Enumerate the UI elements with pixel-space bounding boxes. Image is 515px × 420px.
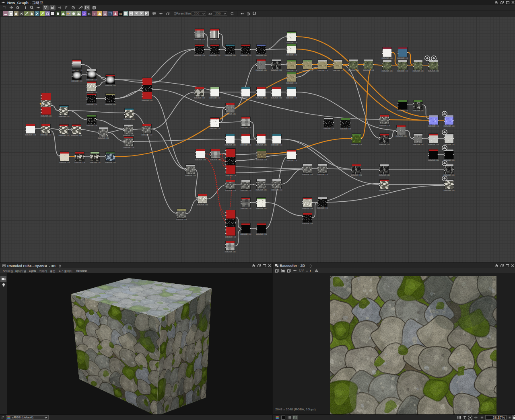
svg-text:2048x2048 - L16: 2048x2048 - L16 bbox=[398, 70, 408, 72]
svg-text:2048x2048 - L16: 2048x2048 - L16 bbox=[176, 219, 187, 221]
svg-text:2048x2048 - L16: 2048x2048 - L16 bbox=[317, 174, 328, 176]
svg-text:2048x2048 - L16: 2048x2048 - L16 bbox=[428, 160, 439, 161]
svg-text:2048x2048 - L16: 2048x2048 - L16 bbox=[241, 55, 251, 56]
svg-text:2048x2048 - L16: 2048x2048 - L16 bbox=[241, 144, 251, 146]
svg-text:2048x2048 - L16: 2048x2048 - L16 bbox=[241, 208, 251, 209]
svg-text:2048x2048 - L16: 2048x2048 - L16 bbox=[241, 234, 251, 235]
svg-text:2048x2048 - L16: 2048x2048 - L16 bbox=[413, 70, 424, 72]
svg-text:2048x2048 - L16: 2048x2048 - L16 bbox=[41, 134, 52, 136]
svg-text:2048x2048 - L16: 2048x2048 - L16 bbox=[90, 162, 101, 164]
svg-text:2048x2048 - L16: 2048x2048 - L16 bbox=[351, 174, 362, 176]
svg-text:2048x2048 - L16: 2048x2048 - L16 bbox=[225, 55, 236, 56]
svg-text:2048x2048 - L16: 2048x2048 - L16 bbox=[225, 251, 236, 253]
svg-text:A: A bbox=[104, 12, 107, 16]
svg-text:2048x2048 - L16: 2048x2048 - L16 bbox=[41, 115, 52, 117]
svg-text:2048x2048 - L16: 2048x2048 - L16 bbox=[271, 97, 282, 99]
svg-text:2048x2048 - L16: 2048x2048 - L16 bbox=[317, 207, 328, 209]
svg-text:2048x2048 - L16: 2048x2048 - L16 bbox=[428, 70, 439, 72]
svg-text:2048x2048 - L16: 2048x2048 - L16 bbox=[351, 144, 362, 145]
svg-text:2048x2048 - L16: 2048x2048 - L16 bbox=[74, 162, 85, 164]
svg-text:2048x2048 - L16: 2048x2048 - L16 bbox=[302, 208, 313, 209]
svg-text:2048x2048 - L16: 2048x2048 - L16 bbox=[72, 70, 82, 72]
svg-text:2048x2048 - L16: 2048x2048 - L16 bbox=[271, 70, 282, 71]
svg-text:2048x2048 - L16: 2048x2048 - L16 bbox=[272, 189, 282, 191]
svg-text:2048x2048 - L16: 2048x2048 - L16 bbox=[428, 144, 439, 145]
svg-text:2048x2048 - L16: 2048x2048 - L16 bbox=[210, 39, 220, 41]
svg-text:2048x2048 - L16: 2048x2048 - L16 bbox=[194, 39, 205, 41]
svg-text:2048x2048 - L16: 2048x2048 - L16 bbox=[225, 113, 236, 115]
svg-text:2048x2048 - L16: 2048x2048 - L16 bbox=[256, 144, 267, 146]
svg-text:2048x2048 - L16: 2048x2048 - L16 bbox=[241, 127, 251, 129]
svg-text:01: 01 bbox=[119, 13, 122, 15]
svg-text:2048x2048 - L16: 2048x2048 - L16 bbox=[105, 85, 116, 86]
svg-text:2048x2048 - L16: 2048x2048 - L16 bbox=[210, 159, 221, 161]
svg-text:2048x2048 - L16: 2048x2048 - L16 bbox=[348, 70, 359, 71]
svg-text:2048x2048 - L16: 2048x2048 - L16 bbox=[210, 128, 220, 129]
svg-text:2048x2048 - L16: 2048x2048 - L16 bbox=[71, 135, 82, 136]
svg-text:2048x2048 - L16: 2048x2048 - L16 bbox=[197, 204, 208, 206]
svg-text:2048x2048 - L16: 2048x2048 - L16 bbox=[286, 97, 297, 99]
svg-text:2048x2048 - L16: 2048x2048 - L16 bbox=[98, 137, 109, 139]
svg-text:2048x2048 - L16: 2048x2048 - L16 bbox=[87, 92, 97, 93]
svg-text:2048x2048 - L16: 2048x2048 - L16 bbox=[185, 175, 196, 176]
svg-text:2048x2048 - L16: 2048x2048 - L16 bbox=[382, 57, 393, 59]
svg-text:2048x2048 - L16: 2048x2048 - L16 bbox=[323, 128, 334, 129]
svg-text:2048x2048 - L16: 2048x2048 - L16 bbox=[398, 110, 408, 112]
svg-text:2048x2048 - L16: 2048x2048 - L16 bbox=[87, 79, 97, 81]
svg-text:2048x2048 - L16: 2048x2048 - L16 bbox=[444, 144, 455, 145]
svg-text:2048x2048 - L16: 2048x2048 - L16 bbox=[382, 70, 393, 72]
svg-text:2048x2048 - L16: 2048x2048 - L16 bbox=[302, 70, 313, 72]
svg-text:2048x2048 - L16: 2048x2048 - L16 bbox=[256, 159, 267, 161]
svg-text:2048x2048 - L16: 2048x2048 - L16 bbox=[286, 82, 297, 84]
svg-text:2048x2048 - L16: 2048x2048 - L16 bbox=[241, 97, 251, 99]
svg-text:2048x2048 - L16: 2048x2048 - L16 bbox=[59, 116, 70, 117]
svg-text:2048x2048 - L16: 2048x2048 - L16 bbox=[444, 125, 455, 127]
svg-text:2048x2048 - L16: 2048x2048 - L16 bbox=[428, 125, 439, 127]
svg-text:2048x2048 - L16: 2048x2048 - L16 bbox=[286, 54, 297, 56]
svg-text:2048x2048 - L16: 2048x2048 - L16 bbox=[444, 190, 455, 191]
svg-text:2048x2048 - L16: 2048x2048 - L16 bbox=[286, 70, 297, 72]
svg-text:2048x2048 - L16: 2048x2048 - L16 bbox=[413, 144, 424, 145]
svg-text:2048x2048 - L16: 2048x2048 - L16 bbox=[210, 55, 220, 56]
svg-text:2048x2048 - L16: 2048x2048 - L16 bbox=[379, 190, 390, 191]
svg-text:2048x2048 - L16: 2048x2048 - L16 bbox=[286, 42, 297, 43]
svg-text:2048x2048 - L16: 2048x2048 - L16 bbox=[256, 208, 267, 209]
svg-text:2048x2048 - L16: 2048x2048 - L16 bbox=[225, 144, 236, 146]
svg-text:2048x2048 - L16: 2048x2048 - L16 bbox=[123, 135, 134, 136]
svg-text:01: 01 bbox=[88, 13, 91, 15]
svg-text:2048x2048 - L16: 2048x2048 - L16 bbox=[105, 162, 116, 164]
svg-text:2048x2048 - L16: 2048x2048 - L16 bbox=[124, 147, 134, 148]
svg-text:2048x2048 - L16: 2048x2048 - L16 bbox=[272, 144, 282, 146]
svg-text:2048x2048 - L16: 2048x2048 - L16 bbox=[195, 159, 206, 161]
svg-text:2048x2048 - L16: 2048x2048 - L16 bbox=[194, 97, 205, 99]
svg-text:2048x2048 - L16: 2048x2048 - L16 bbox=[256, 70, 267, 71]
svg-text:2048x2048 - L16: 2048x2048 - L16 bbox=[124, 119, 135, 120]
svg-text:s: s bbox=[465, 418, 466, 420]
svg-text:2048x2048 - L16: 2048x2048 - L16 bbox=[363, 70, 374, 71]
svg-text:2048x2048 - L16: 2048x2048 - L16 bbox=[210, 97, 220, 99]
svg-text:2048x2048 - L16: 2048x2048 - L16 bbox=[225, 175, 236, 176]
svg-text:2048x2048 - L16: 2048x2048 - L16 bbox=[413, 110, 424, 112]
svg-text:2048x2048 - L16: 2048x2048 - L16 bbox=[256, 55, 267, 56]
svg-text:2048x2048 - L16: 2048x2048 - L16 bbox=[256, 189, 267, 191]
svg-text:2048x2048 - L16: 2048x2048 - L16 bbox=[87, 125, 97, 127]
svg-text:2048x2048 - L16: 2048x2048 - L16 bbox=[72, 80, 82, 82]
svg-text:2048x2048 - L16: 2048x2048 - L16 bbox=[286, 160, 297, 162]
svg-text:2048x2048 - L16: 2048x2048 - L16 bbox=[256, 234, 267, 235]
svg-text:2048x2048 - L16: 2048x2048 - L16 bbox=[142, 134, 152, 136]
svg-text:2048x2048 - L16: 2048x2048 - L16 bbox=[317, 70, 328, 72]
svg-text:2048x2048 - L16: 2048x2048 - L16 bbox=[105, 104, 116, 105]
svg-text:2048x2048 - L16: 2048x2048 - L16 bbox=[340, 128, 351, 130]
svg-text:2048x2048 - L16: 2048x2048 - L16 bbox=[225, 190, 236, 192]
svg-text:2048x2048 - L16: 2048x2048 - L16 bbox=[444, 174, 455, 176]
svg-text:2048x2048 - L16: 2048x2048 - L16 bbox=[396, 135, 407, 137]
svg-text:2048x2048 - L16: 2048x2048 - L16 bbox=[379, 144, 390, 145]
svg-text:2048x2048 - L16: 2048x2048 - L16 bbox=[59, 162, 70, 164]
svg-text:2048x2048 - L16: 2048x2048 - L16 bbox=[302, 174, 313, 176]
svg-text:2048x2048 - L16: 2048x2048 - L16 bbox=[241, 190, 251, 192]
svg-text:2048x2048 - L16: 2048x2048 - L16 bbox=[59, 135, 70, 136]
svg-text:2048x2048 - L16: 2048x2048 - L16 bbox=[379, 174, 390, 176]
svg-text:2048x2048 - L16: 2048x2048 - L16 bbox=[87, 104, 97, 105]
svg-text:2048x2048 - L16: 2048x2048 - L16 bbox=[302, 223, 313, 225]
svg-text:2048x2048 - L16: 2048x2048 - L16 bbox=[25, 134, 36, 136]
